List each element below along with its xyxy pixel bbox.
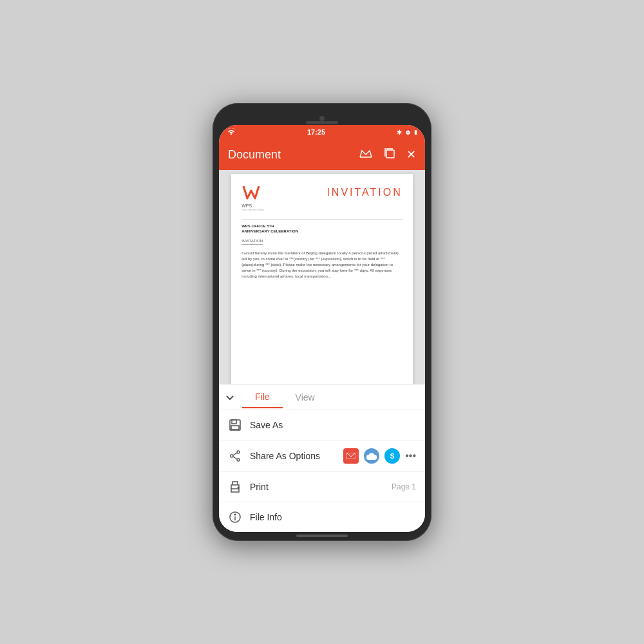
phone-speaker: [306, 121, 338, 124]
phone-screen: 17:25 ✱ ⏰ ▮ Document: [219, 125, 425, 532]
doc-invitation-heading: INVITATION: [327, 184, 402, 198]
skype-share-icon[interactable]: S: [384, 448, 400, 464]
svg-point-12: [238, 487, 239, 488]
wifi-icon: [227, 128, 236, 136]
svg-rect-4: [231, 426, 239, 430]
doc-body-text: I would hereby invite the members of Bei…: [242, 251, 402, 279]
doc-subtitle: WPS OFFICE 5TH ANNIVERSARY CELEBRATION: [242, 223, 402, 234]
print-label: Print: [250, 482, 392, 492]
app-header: Document ✕: [219, 139, 425, 170]
app-title: Document: [228, 148, 281, 162]
email-share-icon[interactable]: [343, 448, 359, 464]
share-icon: [228, 449, 242, 463]
header-icons: ✕: [359, 147, 416, 163]
wps-logo: WPS Docs·Sheets·Slides: [242, 184, 264, 211]
bottom-menu: File View Save As: [219, 384, 425, 532]
tab-view[interactable]: View: [283, 387, 328, 408]
cloud-share-icon[interactable]: [364, 448, 379, 464]
file-info-label: File Info: [250, 512, 416, 522]
menu-item-share[interactable]: Share As Options: [219, 440, 425, 472]
status-time: 17:25: [307, 128, 325, 136]
menu-item-save-as[interactable]: Save As: [219, 410, 425, 440]
svg-point-15: [234, 514, 236, 515]
wps-brand-text: WPS: [242, 204, 252, 208]
battery-icon: ▮: [414, 129, 417, 135]
print-page-hint: Page 1: [392, 482, 416, 491]
document-page: WPS Docs·Sheets·Slides INVITATION WPS OF…: [231, 174, 413, 384]
save-as-icon: [228, 418, 242, 432]
svg-line-8: [233, 453, 237, 455]
alarm-icon: ⏰: [404, 129, 412, 135]
menu-item-print[interactable]: Print Page 1: [219, 472, 425, 502]
menu-item-file-info[interactable]: File Info: [219, 502, 425, 532]
phone-device: 17:25 ✱ ⏰ ▮ Document: [213, 103, 431, 541]
menu-items-list: Save As Share As Options: [219, 410, 425, 532]
status-icons: ✱ ⏰ ▮: [397, 129, 417, 136]
print-page-info: Page 1: [392, 482, 416, 491]
svg-rect-1: [386, 150, 394, 158]
phone-camera: [319, 116, 325, 121]
svg-line-9: [233, 457, 237, 459]
doc-divider: [242, 219, 402, 220]
svg-point-6: [231, 455, 233, 457]
document-area: WPS Docs·Sheets·Slides INVITATION WPS OF…: [219, 170, 425, 384]
menu-tabs: File View: [219, 384, 425, 410]
print-icon: [228, 480, 242, 494]
svg-point-5: [237, 451, 240, 453]
bluetooth-icon: ✱: [397, 129, 402, 136]
copy-icon[interactable]: [383, 147, 396, 163]
save-as-label: Save As: [250, 420, 416, 430]
svg-point-7: [237, 459, 240, 461]
share-label: Share As Options: [250, 451, 343, 461]
menu-chevron-icon[interactable]: [225, 392, 234, 402]
tab-file[interactable]: File: [242, 386, 283, 408]
svg-rect-11: [231, 489, 239, 492]
more-share-icon[interactable]: •••: [405, 450, 416, 462]
status-bar: 17:25 ✱ ⏰ ▮: [219, 125, 425, 139]
doc-header-row: WPS Docs·Sheets·Slides INVITATION: [242, 184, 402, 211]
svg-rect-3: [232, 420, 236, 424]
phone-home-bar: [296, 535, 348, 537]
info-icon: [228, 510, 242, 524]
share-options-icons: S •••: [343, 448, 416, 464]
wps-tagline: Docs·Sheets·Slides: [242, 208, 264, 211]
doc-section-label: INVITATION: [242, 239, 263, 245]
crown-icon[interactable]: [359, 148, 373, 162]
close-icon[interactable]: ✕: [406, 147, 416, 162]
